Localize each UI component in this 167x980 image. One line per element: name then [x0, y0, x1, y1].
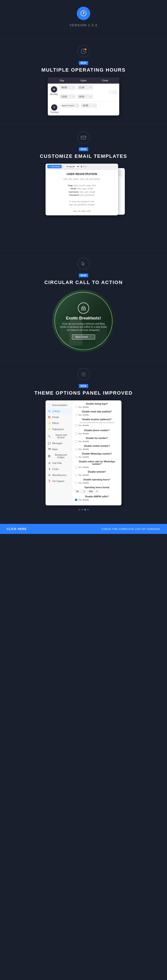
sidebar-item-grid-filler[interactable]: ⊞ Grid Filler: [45, 460, 72, 466]
add-media-btn-front[interactable]: + Add Media: [47, 165, 62, 168]
cb-mobile: [75, 448, 77, 450]
monday-row: M Monday 06:00 ▾ 11:00 ▾ −: [48, 84, 119, 102]
option-title-website: Disable website?: [75, 471, 119, 473]
toolbar-bold-front[interactable]: B: [80, 165, 83, 168]
cb-row-location[interactable]: Yes, disable: [75, 424, 119, 426]
radio-yes-listing-logo[interactable]: Yes, disable: [75, 406, 119, 408]
cb-row-whatsapp[interactable]: Yes, disable: [75, 456, 119, 458]
sidebar-label-bg: Background Images: [52, 453, 70, 458]
sidebar-item-miscellaneous[interactable]: ⚙ Miscellaneous: [45, 472, 72, 478]
option-choices-location: Yes, disable: [75, 424, 119, 427]
sidebar-item-footer[interactable]: ⬇ Footer: [45, 466, 72, 472]
dot-2[interactable]: [81, 509, 83, 511]
cb-label-mobile: Yes, disable: [78, 448, 89, 450]
monday-open-1[interactable]: 06:00 ▾: [60, 85, 75, 90]
shop-icon: [78, 302, 89, 313]
cb-row-fax[interactable]: Yes, disable: [75, 440, 119, 442]
cb-label-fax: Yes, disable: [78, 440, 89, 442]
option-email-data: Disable email data publicly? Yes, disabl…: [75, 410, 119, 416]
cb-row-mobile[interactable]: Yes, disable: [75, 448, 119, 450]
sidebar-item-design[interactable]: 🎨 Design: [45, 414, 72, 420]
section-title-4: THEME OPTIONS PANEL IMPROVED: [9, 390, 158, 396]
monday-close-1[interactable]: 11:00 ▾: [77, 85, 93, 90]
option-title-phone: Disable phone number?: [75, 429, 119, 431]
col-open: Open: [73, 79, 95, 82]
sidebar-label-footer: Footer: [52, 468, 59, 470]
sidebar-item-documentation[interactable]: 📄 Documentation: [45, 402, 72, 408]
sidebar-label-pagespeed: Pagespeed: [52, 428, 64, 431]
section-operating-hours: ! NEW MULTIPLE OPERATING HOURS Day Open …: [0, 41, 167, 122]
cb-label-op-hours: Yes, disable: [78, 482, 89, 484]
option-mobile: Disable mobile number? Yes, disable: [75, 445, 119, 450]
sidebar-item-get-support[interactable]: ❓ Get Support: [45, 478, 72, 484]
dot-4[interactable]: [87, 509, 89, 511]
radio-yes-email[interactable]: Yes, disable: [75, 414, 119, 416]
cb-row-online-calls[interactable]: Yes, disable: [75, 466, 119, 468]
paragraph-select-front[interactable]: Paragraph: [64, 165, 80, 168]
radio-label-email: Yes, disable: [78, 414, 89, 416]
sidebar-item-listings[interactable]: ☰ Listings: [45, 408, 72, 414]
email-title-front: USER REGISTRATION: [49, 172, 115, 176]
hours-format-24hr[interactable]: 24hr ▾: [88, 490, 99, 493]
sidebar-label-support: Get Support: [52, 480, 64, 482]
cb-phone: [75, 433, 77, 435]
sidebar-item-messages[interactable]: 💬 Messages: [45, 440, 72, 446]
header: ! VERSION 1.3.4: [0, 0, 167, 36]
sidebar-item-pagespeed[interactable]: ⚡ Pagespeed: [45, 426, 72, 432]
version-label: VERSION 1.3.4: [5, 24, 162, 27]
option-whatsapp: Disable WhatsApp number? Yes, disable: [75, 453, 119, 458]
sidebar-label-grid: Grid Filler: [52, 462, 62, 465]
cb-row-op-hours[interactable]: Yes, disable: [75, 482, 119, 484]
sidebar-item-background-images[interactable]: 🖼 Background Images: [45, 452, 72, 460]
sidebar-item-search-archive[interactable]: 🔍 Search and Archive: [45, 432, 72, 440]
monday-close-2[interactable]: 18:00 ▾: [77, 94, 93, 99]
section-title-2: CUSTOMIZE EMAIL TEMPLATES: [9, 153, 158, 159]
sidebar-item-effects[interactable]: ✨ Effects: [45, 420, 72, 426]
tuesday-open-24[interactable]: Open 24 Hours ▾: [60, 103, 79, 107]
footer-cta-right-button[interactable]: CHECK THE COMPLETE LIST OF CHANGES: [101, 528, 160, 530]
option-listing-logo: Disable listing logo? Yes, disable: [75, 402, 119, 408]
toolbar-italic-front[interactable]: I: [83, 165, 84, 168]
tuesday-close-1[interactable]: 10:00 ▾: [81, 103, 97, 108]
radio-dot-email: [75, 414, 77, 416]
panel-sidebar: 📄 Documentation ☰ Listings 🎨 Design ✨ Ef…: [45, 400, 72, 505]
tuesday-row: T Tuesday Open 24 Hours ▾ 10:00 ▾: [48, 102, 119, 116]
new-badge-3: NEW: [79, 274, 88, 277]
hours-format-controls: 0h ▾ 24hr ▾: [75, 490, 119, 493]
cta-button[interactable]: More Details →: [72, 334, 95, 339]
monday-open-2[interactable]: 13:00 ▾: [60, 94, 75, 99]
monday-plus-btn[interactable]: +: [113, 91, 117, 94]
email-icon: [77, 131, 90, 143]
radio-dot-listing-logo: [75, 406, 77, 408]
tuesday-avatar: T: [51, 104, 57, 111]
monday-avatar: M: [51, 86, 57, 92]
option-phone: Disable phone number? Yes, disable: [75, 429, 119, 435]
monday-time-row-2: 13:00 ▾ 18:00 ▾: [60, 94, 117, 99]
section-title-3: CIRCULAR CALL TO ACTION: [9, 280, 158, 285]
sidebar-item-maps[interactable]: 🗺 Maps: [45, 446, 72, 452]
cb-label-phone: Yes, disable: [78, 433, 89, 435]
option-op-hours: Disable operating hours? Yes, disable: [75, 479, 119, 484]
sidebar-label-misc: Miscellaneous: [52, 474, 66, 476]
option-fax: Disable fax number? Yes, disable: [75, 437, 119, 442]
divider-2: [0, 124, 167, 125]
cb-row-ampm[interactable]: Yes, disable: [75, 499, 119, 501]
cb-row-website[interactable]: Yes, disable: [75, 474, 119, 476]
search-icon: 🔍: [48, 435, 51, 438]
sidebar-label-messages: Messages: [52, 442, 63, 444]
footer-cta-left-button[interactable]: CLICK HERE: [7, 527, 27, 531]
documentation-icon: 📄: [48, 404, 51, 407]
clock-icon: !: [77, 45, 90, 57]
hours-format-0h[interactable]: 0h ▾: [75, 490, 86, 493]
toolbar-more-front[interactable]: ≡: [85, 165, 87, 168]
logo-icon: !: [77, 7, 90, 20]
monday-minus-btn[interactable]: −: [109, 91, 112, 94]
dot-1[interactable]: [79, 509, 80, 511]
table-header: Day Open Close: [48, 77, 119, 84]
cb-row-phone[interactable]: Yes, disable: [75, 433, 119, 435]
cta-description: If you are just craving a delicious and …: [59, 322, 108, 332]
email-card-front: + Add Media Paragraph B I ≡ USER REGISTR…: [45, 164, 118, 215]
cb-label-ampm: Yes, disable: [78, 499, 89, 501]
dot-3[interactable]: [84, 509, 86, 511]
section-circular-cta: NEW CIRCULAR CALL TO ACTION: [0, 253, 167, 359]
